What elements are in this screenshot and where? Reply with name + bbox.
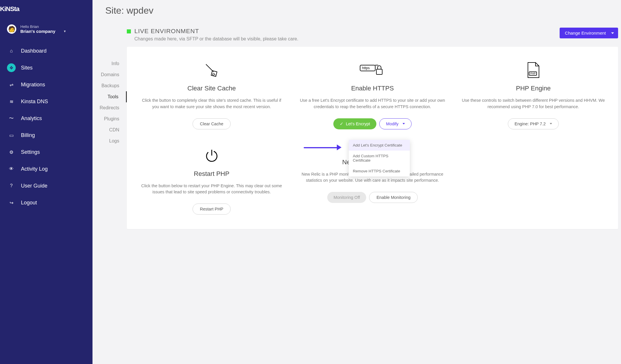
modify-https-button[interactable]: Modify — [379, 118, 412, 129]
nav-migrations[interactable]: ⇌Migrations — [0, 76, 92, 93]
analytics-icon: 〜 — [7, 114, 16, 123]
environment-header: LIVE ENVIRONMENT Changes made here, via … — [92, 28, 621, 42]
sidebar: KiNSta 🧑 Hello Brian Brian's company ▾ ⌂… — [0, 0, 92, 364]
environment-subtitle: Changes made here, via SFTP or the datab… — [134, 36, 298, 42]
help-icon: ? — [7, 181, 16, 190]
brand-logo: KiNSta — [0, 5, 92, 13]
eye-icon: 👁 — [7, 165, 16, 173]
nav-sites[interactable]: ❖Sites — [0, 59, 92, 76]
subnav-domains[interactable]: Domains — [92, 69, 127, 80]
company-selector[interactable]: Brian's company ▾ — [20, 29, 66, 34]
modify-https-dropdown: Add Let's Encrypt Certificate Add Custom… — [349, 140, 410, 176]
logout-icon: ↪ — [7, 198, 16, 207]
migrations-icon: ⇌ — [7, 80, 16, 89]
live-indicator-icon — [127, 29, 131, 33]
environment-title: LIVE ENVIRONMENT — [134, 28, 298, 35]
dropdown-add-lets-encrypt[interactable]: Add Let's Encrypt Certificate — [349, 140, 410, 151]
dns-icon: ≋ — [7, 97, 16, 106]
chevron-down-icon: ▾ — [64, 29, 66, 33]
main-nav: ⌂Dashboard ❖Sites ⇌Migrations ≋Kinsta DN… — [0, 42, 92, 211]
monitoring-off-button[interactable]: Monitoring Off — [327, 192, 366, 203]
card-clear-cache: Clear Site Cache Click the button to com… — [136, 61, 288, 129]
https-lock-icon: https — [296, 61, 449, 79]
svg-text:PHP: PHP — [530, 72, 536, 75]
nav-activity[interactable]: 👁Activity Log — [0, 160, 92, 177]
card-title: Enable HTTPS — [296, 85, 449, 92]
card-title: Restart PHP — [136, 170, 288, 178]
avatar: 🧑 — [7, 24, 16, 34]
card-desc: Click the button to completely clear thi… — [136, 97, 288, 110]
subnav-cdn[interactable]: CDN — [92, 124, 127, 135]
card-desc: Click the button below to restart your P… — [136, 183, 288, 196]
subnav-redirects[interactable]: Redirects — [92, 102, 127, 113]
card-title: Clear Site Cache — [136, 85, 288, 92]
nav-logout[interactable]: ↪Logout — [0, 194, 92, 211]
user-greeting: Hello Brian — [20, 24, 66, 29]
page-title: Site: wpdev — [92, 0, 621, 28]
enable-monitoring-button[interactable]: Enable Monitoring — [369, 192, 418, 203]
broom-icon — [136, 61, 288, 79]
card-desc: Use these controls to switch between dif… — [457, 97, 609, 110]
lets-encrypt-button[interactable]: Let's Encrypt — [333, 118, 376, 129]
restart-php-button[interactable]: Restart PHP — [193, 204, 231, 215]
home-icon: ⌂ — [7, 47, 16, 55]
card-restart-php: Restart PHP Click the button below to re… — [136, 147, 288, 215]
php-engine-selector[interactable]: Engine: PHP 7.2 — [508, 118, 559, 129]
tools-panel: Clear Site Cache Click the button to com… — [127, 47, 618, 229]
power-icon — [136, 147, 288, 164]
clear-cache-button[interactable]: Clear Cache — [193, 118, 231, 129]
nav-billing[interactable]: ▭Billing — [0, 127, 92, 144]
billing-icon: ▭ — [7, 131, 16, 140]
dropdown-remove-cert[interactable]: Remove HTTPS Certificate — [349, 166, 410, 176]
svg-text:KiNSta: KiNSta — [0, 5, 20, 13]
card-title: PHP Engine — [457, 85, 609, 92]
svg-line-2 — [213, 73, 215, 75]
card-php-engine: PHP PHP Engine Use these controls to swi… — [457, 61, 609, 129]
sites-icon: ❖ — [7, 63, 16, 72]
card-enable-https: https Enable HTTPS Use a free Let's Encr… — [296, 61, 449, 129]
gear-icon: ⚙ — [7, 148, 16, 156]
card-desc: Use a free Let's Encrypt certificate to … — [296, 97, 449, 110]
subnav-tools[interactable]: Tools — [92, 91, 127, 102]
dropdown-add-custom-cert[interactable]: Add Custom HTTPS Certificate — [349, 151, 410, 166]
subnav-plugins[interactable]: Plugins — [92, 113, 127, 124]
subnav-logs[interactable]: Logs — [92, 135, 127, 147]
main-content: Site: wpdev LIVE ENVIRONMENT Changes mad… — [92, 0, 621, 364]
subnav-backups[interactable]: Backups — [92, 80, 127, 91]
svg-rect-6 — [376, 69, 382, 74]
nav-dashboard[interactable]: ⌂Dashboard — [0, 42, 92, 59]
subnav-info[interactable]: Info — [92, 58, 127, 69]
nav-dns[interactable]: ≋Kinsta DNS — [0, 93, 92, 110]
svg-text:https: https — [362, 66, 370, 70]
php-file-icon: PHP — [457, 61, 609, 79]
nav-analytics[interactable]: 〜Analytics — [0, 110, 92, 127]
annotation-arrow — [304, 144, 341, 150]
change-environment-button[interactable]: Change Environment — [560, 28, 618, 38]
nav-settings[interactable]: ⚙Settings — [0, 144, 92, 160]
user-block[interactable]: 🧑 Hello Brian Brian's company ▾ — [0, 24, 92, 42]
site-subnav: Info Domains Backups Tools Redirects Plu… — [92, 58, 127, 147]
nav-guide[interactable]: ?User Guide — [0, 177, 92, 194]
